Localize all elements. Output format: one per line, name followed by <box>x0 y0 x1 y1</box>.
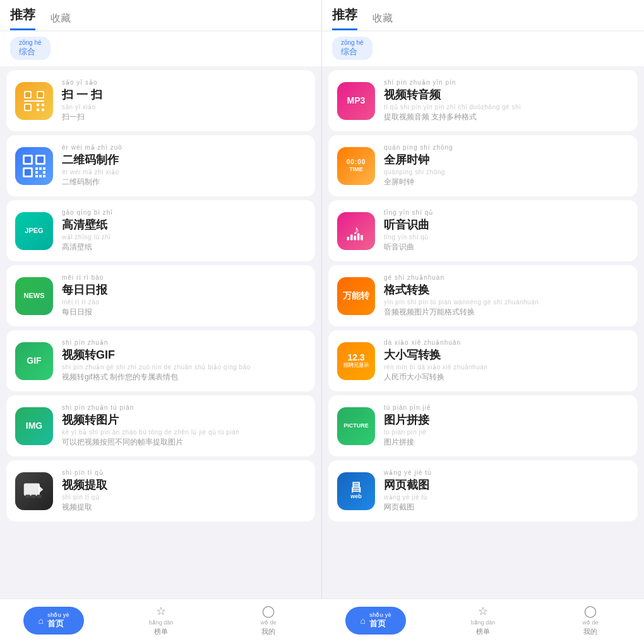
nav-mine[interactable]: ◯ wǒ de 我的 <box>537 604 644 636</box>
app-info: shì pín zhuǎn视频转GIFshì pín zhuǎn gé shì … <box>62 339 306 383</box>
nav-mine[interactable]: ◯ wǒ de 我的 <box>215 604 322 636</box>
svg-rect-21 <box>43 171 45 174</box>
rank-icon: ☆ <box>478 604 488 618</box>
app-info: wǎng yè jié tú网页截图wǎng yè jiē tú网页截图 <box>384 469 629 513</box>
list-item[interactable]: 12.3 招聘元显示 dà xiǎo xiě zhuǎnhuàn大小写转换rén… <box>328 330 638 391</box>
svg-rect-9 <box>37 109 39 111</box>
bottom-nav: ⌂ shǒu yè 首页 ☆ bǎng dān 榜单◯ wǒ de 我的 <box>0 599 322 644</box>
list-item[interactable]: MP3 shì pín zhuǎn yīn pín视频转音频tí qǔ shì … <box>328 70 638 131</box>
bottom-nav: ⌂ shǒu yè 首页 ☆ bǎng dān 榜单◯ wǒ de 我的 <box>322 599 644 644</box>
mine-icon: ◯ <box>262 604 275 618</box>
tab-推荐[interactable]: 推荐 <box>10 6 35 30</box>
list-item[interactable]: 万能转 gé shì zhuǎnhuàn格式转换yīn pín shì pín … <box>328 265 638 326</box>
app-name: 全屏时钟 <box>384 152 629 167</box>
app-desc-pinyin: wǎng yè jiē tú <box>384 494 629 501</box>
app-pinyin: sǎo yī sǎo <box>62 79 306 86</box>
svg-rect-10 <box>42 109 44 111</box>
tab-推荐[interactable]: 推荐 <box>332 6 357 30</box>
list-item[interactable]: IMG shì pín zhuǎn tú piàn视频转图片kě yǐ bǎ s… <box>6 395 315 456</box>
app-name: 视频提取 <box>62 477 306 492</box>
list-item[interactable]: shì pín tí qǔ视频提取shì pín tí qǔ视频提取 <box>6 460 315 522</box>
svg-rect-27 <box>26 494 30 498</box>
rank-label: 榜单 <box>476 627 490 636</box>
list-item[interactable]: èr wéi mǎ zhì zuò二维码制作èr wéi mǎ zhì xiǎo… <box>6 135 315 196</box>
list-item[interactable]: GIF shì pín zhuǎn视频转GIFshì pín zhuǎn gé … <box>6 330 315 391</box>
app-desc: 人民币大小写转换 <box>384 372 629 383</box>
app-desc-pinyin: rén mín bì dà xiǎo xiě zhuānhuàn <box>384 364 629 371</box>
mine-label: 我的 <box>261 627 275 636</box>
app-name: 视频转音频 <box>384 87 629 102</box>
app-name: 视频转图片 <box>62 412 306 427</box>
app-icon <box>15 147 53 185</box>
nav-rank[interactable]: ☆ bǎng dān 榜单 <box>107 604 215 636</box>
nav-rank[interactable]: ☆ bǎng dān 榜单 <box>429 604 537 636</box>
app-pinyin: měi rì rì bào <box>62 274 306 281</box>
app-desc: 提取视频音频 支持多种格式 <box>384 112 629 122</box>
app-info: měi rì rì bào每日日报měi rì rì zào每日日报 <box>62 274 306 318</box>
app-pinyin: gé shì zhuǎnhuàn <box>384 274 629 281</box>
app-pinyin: èr wéi mǎ zhì zuò <box>62 144 306 151</box>
app-desc-pinyin: kě yǐ bǎ shì pín àn zhào bù tóng de zhēn… <box>62 429 306 436</box>
svg-rect-29 <box>37 494 42 498</box>
svg-rect-25 <box>24 483 40 496</box>
rank-pinyin: bǎng dān <box>149 619 174 626</box>
svg-rect-14 <box>25 157 31 163</box>
app-info: èr wéi mǎ zhì zuò二维码制作èr wéi mǎ zhì xiǎo… <box>62 144 306 188</box>
svg-rect-7 <box>37 104 39 106</box>
app-icon: MP3 <box>337 82 375 120</box>
list-item[interactable]: 00:00 TIME quán píng shí zhōng全屏时钟quánpí… <box>328 135 638 196</box>
list-item[interactable]: NEWS měi rì rì bào每日日报měi rì rì zào每日日报 <box>6 265 315 326</box>
app-icon: 昌 web <box>337 472 375 510</box>
app-desc: 二维码制作 <box>62 177 306 188</box>
app-desc: 网页截图 <box>384 502 629 513</box>
home-button[interactable]: ⌂ shǒu yè 首页 <box>345 607 407 635</box>
app-desc-pinyin: měi rì rì zào <box>62 299 306 306</box>
category-tag[interactable]: zōng hé综合 <box>10 37 51 60</box>
home-button[interactable]: ⌂ shǒu yè 首页 <box>23 607 85 635</box>
app-name: 每日日报 <box>62 282 306 297</box>
svg-rect-19 <box>43 167 45 170</box>
app-name: 高清壁纸 <box>62 217 306 232</box>
app-desc-pinyin: tí qǔ shì pín yīn pín zhī chí duōzhǒng g… <box>384 104 629 110</box>
app-desc: 每日日报 <box>62 307 306 318</box>
category-tag[interactable]: zōng hé综合 <box>332 37 373 60</box>
app-desc-pinyin: quánpíng shí zhōng <box>384 169 629 176</box>
app-desc: 扫一扫 <box>62 112 306 122</box>
list-item[interactable]: JPEG gāo qīng bì zhǐ高清壁纸wǎl zhǐng lù zhǐ… <box>6 200 315 261</box>
tag-row: zōng hé综合 <box>322 32 644 66</box>
svg-rect-24 <box>43 175 45 177</box>
app-desc-pinyin: yīn pín shì pín tú piàn wànnéng gé shì z… <box>384 299 629 306</box>
app-desc-pinyin: shì pín tí qǔ <box>62 494 306 501</box>
list-item[interactable]: PICTURE tú piàn pīn jiē图片拼接tú piàn pīn j… <box>328 395 638 456</box>
app-icon <box>15 82 53 120</box>
rank-icon: ☆ <box>156 604 166 618</box>
svg-rect-31 <box>347 237 350 240</box>
svg-rect-20 <box>35 171 38 174</box>
svg-rect-35 <box>361 235 363 240</box>
home-icon: ⌂ <box>361 616 366 626</box>
app-pinyin: gāo qīng bì zhǐ <box>62 209 306 216</box>
app-name: 二维码制作 <box>62 152 306 167</box>
app-desc-pinyin: sān yī xiǎo <box>62 104 306 110</box>
svg-rect-5 <box>25 105 30 110</box>
list-item[interactable]: sǎo yī sǎo扫 一 扫sān yī xiǎo扫一扫 <box>6 70 315 131</box>
tab-收藏[interactable]: 收藏 <box>373 12 393 30</box>
app-name: 网页截图 <box>384 477 629 492</box>
app-list: sǎo yī sǎo扫 一 扫sān yī xiǎo扫一扫 èr wéi mǎ … <box>0 66 321 599</box>
app-info: gāo qīng bì zhǐ高清壁纸wǎl zhǐng lù zhǐ高清壁纸 <box>62 209 306 253</box>
app-pinyin: shì pín zhuǎn <box>62 339 306 346</box>
nav-home[interactable]: ⌂ shǒu yè 首页 <box>0 607 107 635</box>
app-name: 听音识曲 <box>384 217 629 232</box>
app-icon: NEWS <box>15 277 53 315</box>
tab-收藏[interactable]: 收藏 <box>51 12 71 30</box>
app-name: 图片拼接 <box>384 412 629 427</box>
app-desc: 全屏时钟 <box>384 177 629 188</box>
app-pinyin: dà xiǎo xiě zhuǎnhuàn <box>384 339 629 346</box>
svg-rect-32 <box>350 234 353 240</box>
svg-rect-16 <box>25 169 31 176</box>
nav-home[interactable]: ⌂ shǒu yè 首页 <box>322 607 429 635</box>
tag-row: zōng hé综合 <box>0 32 321 66</box>
list-item[interactable]: 昌 web wǎng yè jié tú网页截图wǎng yè jiē tú网页… <box>328 460 638 522</box>
app-icon: 12.3 招聘元显示 <box>337 342 375 380</box>
list-item[interactable]: ♪ tīng yīn shí qǔ听音识曲tīng yīn shí qǔ听音识曲 <box>328 200 638 261</box>
